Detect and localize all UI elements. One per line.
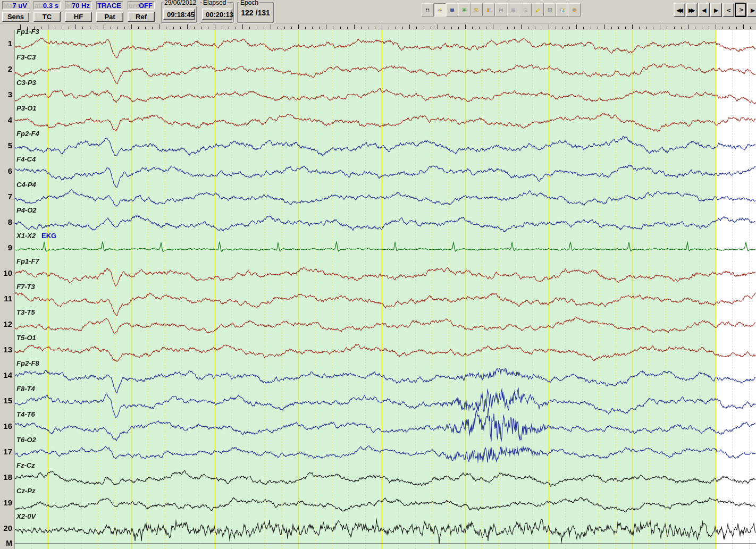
ref-value-display: urore OFF bbox=[128, 1, 155, 10]
print-icon bbox=[499, 5, 503, 15]
time-info-groups: 29/06/2012 09:18:45 Elapsed 00:20:13 Epo… bbox=[161, 1, 274, 23]
measure-ruler-icon bbox=[474, 5, 479, 15]
epoch-label: Epoch bbox=[239, 0, 259, 6]
save-button[interactable] bbox=[422, 3, 434, 16]
print-button[interactable] bbox=[495, 3, 507, 16]
highlighter-button[interactable] bbox=[532, 3, 544, 16]
go-to-end-button[interactable]: ▶| bbox=[747, 3, 756, 17]
fit-width-icon bbox=[548, 5, 552, 15]
navigation-buttons: ◀◀▶▶◀▶<>▶| bbox=[674, 3, 756, 17]
rewind-button[interactable]: ◀◀ bbox=[674, 3, 685, 17]
select-region-icon bbox=[523, 5, 528, 15]
ref-control: urore OFF Ref bbox=[128, 1, 155, 22]
montage-calibration-icon bbox=[462, 5, 467, 15]
icon-toolbar bbox=[422, 3, 581, 16]
globe-icon bbox=[572, 5, 577, 15]
fast-forward-button[interactable]: ▶▶ bbox=[686, 3, 698, 17]
acquisition-controls: Man 7 uV Sens ata 0.3 s TC ez- 70 Hz HF … bbox=[2, 1, 155, 22]
snapshot-button[interactable] bbox=[556, 3, 568, 16]
toolbar: Man 7 uV Sens ata 0.3 s TC ez- 70 Hz HF … bbox=[0, 0, 756, 23]
elapsed-time-button[interactable]: 00:20:13 bbox=[202, 9, 232, 20]
prev-epoch-button[interactable]: < bbox=[723, 3, 734, 17]
step-forward-button[interactable]: ▶ bbox=[710, 3, 722, 17]
tc-button[interactable]: TC bbox=[33, 12, 61, 22]
ref-button[interactable]: Ref bbox=[128, 12, 155, 22]
table-view-button[interactable] bbox=[446, 3, 458, 16]
highlighter-icon bbox=[535, 5, 540, 15]
hf-control: ez- 70 Hz HF bbox=[65, 1, 92, 22]
tc-value-display: ata 0.3 s bbox=[33, 1, 61, 10]
sens-control: Man 7 uV Sens bbox=[2, 1, 29, 22]
snapshot-icon bbox=[560, 5, 565, 15]
select-region-button[interactable] bbox=[519, 3, 532, 16]
elapsed-label: Elapsed bbox=[202, 0, 227, 6]
date-group: 29/06/2012 09:18:45 bbox=[161, 2, 197, 23]
globe-button[interactable] bbox=[568, 3, 581, 16]
elapsed-group: Elapsed 00:20:13 bbox=[200, 2, 234, 23]
epoch-counter: 122 /131 bbox=[238, 9, 273, 17]
date-label: 29/06/2012 bbox=[163, 0, 197, 6]
pat-value-display: la TRACE bbox=[96, 1, 123, 10]
pat-control: la TRACE Pat bbox=[96, 1, 123, 22]
sens-button[interactable]: Sens bbox=[2, 12, 29, 22]
tc-control: ata 0.3 s TC bbox=[33, 1, 61, 22]
hf-button[interactable]: HF bbox=[65, 12, 92, 22]
pat-button[interactable]: Pat bbox=[96, 12, 123, 22]
media-view-button[interactable] bbox=[507, 3, 519, 16]
fit-width-button[interactable] bbox=[544, 3, 556, 16]
media-view-icon bbox=[511, 5, 516, 15]
measure-ruler-button[interactable] bbox=[471, 3, 483, 16]
eeg-trace-area[interactable] bbox=[0, 23, 756, 549]
trace-display-icon bbox=[438, 5, 442, 15]
save-icon bbox=[425, 5, 430, 15]
montage-calibration-button[interactable] bbox=[458, 3, 471, 16]
clock-time-button[interactable]: 09:18:45 bbox=[163, 9, 195, 20]
sens-value-display: Man 7 uV bbox=[2, 1, 29, 10]
table-view-icon bbox=[450, 5, 455, 15]
epoch-group: Epoch 122 /131 bbox=[237, 2, 274, 23]
hf-value-display: ez- 70 Hz bbox=[65, 1, 92, 10]
step-back-button[interactable]: ◀ bbox=[698, 3, 710, 17]
trace-display-button[interactable] bbox=[434, 3, 446, 16]
next-epoch-button[interactable]: > bbox=[735, 3, 746, 17]
patient-info-button[interactable] bbox=[483, 3, 495, 16]
patient-info-icon bbox=[486, 5, 491, 15]
